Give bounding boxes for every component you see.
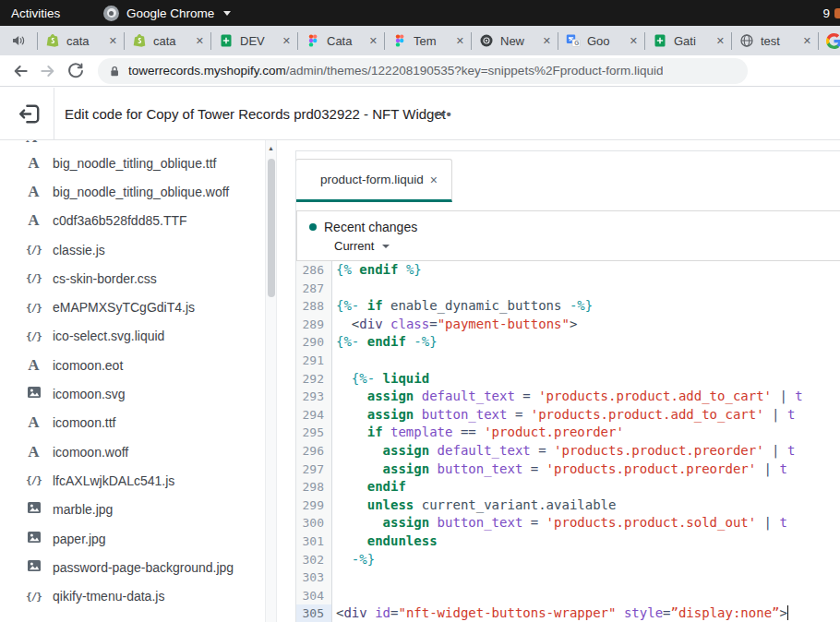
code-token: unless xyxy=(367,497,414,512)
tab-close-icon[interactable]: ✕ xyxy=(369,35,378,47)
code-token: 'products.product.preorder' xyxy=(546,461,757,476)
clock[interactable]: 9 xyxy=(822,6,830,20)
browser-tab[interactable]: Gati✕ xyxy=(645,26,731,55)
code-file-icon: {/} xyxy=(26,330,42,342)
code-line[interactable]: 291 xyxy=(296,352,840,370)
line-content: assign default_text = 'products.product.… xyxy=(332,388,840,406)
tab-close-icon[interactable]: ✕ xyxy=(282,35,291,47)
file-item[interactable]: Abig_noodle_titling_oblique.ttf xyxy=(0,149,264,177)
page-header: Edit code for Copy of Tower Records prd0… xyxy=(0,88,840,140)
file-name: marble.jpg xyxy=(53,502,113,517)
font-file-icon: A xyxy=(26,413,42,432)
file-item[interactable]: {/}eMAPMXSyTCgGdiT4.js xyxy=(0,293,264,321)
file-sidebar: A Abig_noodle_titling_oblique.ttfAbig_no… xyxy=(0,140,264,622)
code-line[interactable]: 292 {%- liquid xyxy=(296,370,840,389)
code-token: 'product.preorder' xyxy=(484,425,624,439)
more-actions-button[interactable]: ••• xyxy=(434,88,452,140)
code-token: = xyxy=(522,515,546,530)
file-item[interactable]: Aicomoon.woff xyxy=(0,437,264,466)
browser-tab[interactable]: cata✕ xyxy=(125,26,210,55)
code-token xyxy=(336,443,383,458)
code-line[interactable]: 297 assign button_text = 'products.produ… xyxy=(296,461,840,479)
tab-close-icon[interactable]: ✕ xyxy=(543,35,551,47)
code-line[interactable]: 305<div id="nft-widget-buttons-wrapper" … xyxy=(296,604,840,622)
code-line[interactable]: 293 assign default_text = 'products.prod… xyxy=(296,388,840,406)
file-item[interactable]: Abig_noodle_titling_oblique.woff xyxy=(0,177,264,206)
browser-tab[interactable]: test✕ xyxy=(732,26,818,55)
code-line[interactable]: 288{%- if enable_dynamic_buttons -%} xyxy=(296,297,840,316)
tab-close-icon[interactable]: ✕ xyxy=(456,35,464,47)
tab-close-icon[interactable]: ✕ xyxy=(196,35,204,47)
browser-tab[interactable]: New✕ xyxy=(472,26,558,55)
file-name: icomoon.ttf xyxy=(53,415,115,430)
browser-tab[interactable] xyxy=(819,26,840,55)
browser-tab[interactable]: DEV✕ xyxy=(211,26,297,55)
file-item[interactable]: paper.jpg xyxy=(0,524,264,553)
file-name: big_noodle_titling_oblique.woff xyxy=(53,185,229,199)
code-line[interactable]: 304 xyxy=(296,587,840,605)
browser-tab[interactable]: cata✕ xyxy=(38,26,124,55)
exit-button[interactable] xyxy=(18,102,42,126)
browser-tab[interactable]: Tem✕ xyxy=(385,26,471,55)
browser-tab[interactable]: Cata✕ xyxy=(298,26,384,55)
file-item[interactable]: Aicomoon.eot xyxy=(0,351,264,379)
reload-button[interactable] xyxy=(66,62,85,80)
tab-close-icon[interactable]: ✕ xyxy=(803,35,811,47)
browser-tab-title: New xyxy=(500,34,536,48)
file-item-partial[interactable]: A xyxy=(0,140,264,149)
code-line[interactable]: 294 assign button_text = 'products.produ… xyxy=(296,406,840,425)
code-token xyxy=(336,533,367,548)
code-file-icon: {/} xyxy=(26,272,42,284)
browser-tab[interactable]: GGoo✕ xyxy=(558,26,644,55)
file-item[interactable]: {/}ico-select.svg.liquid xyxy=(0,322,264,351)
scrollbar-thumb[interactable] xyxy=(268,159,275,297)
tab-close-icon[interactable]: ✕ xyxy=(630,35,638,47)
browser-tab-title: Cata xyxy=(327,34,363,48)
line-content xyxy=(332,587,840,605)
version-dropdown[interactable]: Current xyxy=(334,239,399,253)
tab-close-icon[interactable]: ✕ xyxy=(109,35,117,47)
app-menu[interactable]: Google Chrome xyxy=(103,6,231,21)
file-item[interactable]: Ac0df3a6b528fdd85.TTF xyxy=(0,207,264,235)
line-content: {%- if enable_dynamic_buttons -%} xyxy=(332,297,840,316)
line-number: 302 xyxy=(296,551,332,569)
code-line[interactable]: 286{% endif %} xyxy=(296,261,840,280)
file-item[interactable]: marble.jpg xyxy=(0,496,264,524)
code-line[interactable]: 302 -%} xyxy=(296,551,840,569)
scroll-up-icon[interactable]: ▲ xyxy=(266,145,276,151)
editor-tab[interactable]: product-form.liquid × xyxy=(295,159,452,202)
code-line[interactable]: 287 xyxy=(296,280,840,298)
back-button[interactable] xyxy=(11,62,30,80)
file-item[interactable]: {/}lfcAXLwjkDALc541.js xyxy=(0,466,264,495)
address-bar[interactable]: towerrecords.myshopify.com/admin/themes/… xyxy=(98,58,748,84)
file-item[interactable]: password-page-background.jpg xyxy=(0,553,264,581)
code-line[interactable]: 298 endif xyxy=(296,478,840,496)
code-area[interactable]: 286{% endif %}287288{%- if enable_dynami… xyxy=(296,261,840,622)
editor-tab-close-icon[interactable]: × xyxy=(430,173,438,187)
code-token: assign xyxy=(367,407,414,422)
lock-icon[interactable] xyxy=(109,65,120,78)
code-line[interactable]: 290{%- endif -%} xyxy=(296,333,840,352)
activities-button[interactable]: Activities xyxy=(11,6,60,20)
code-line[interactable]: 295 if template == 'product.preorder' xyxy=(296,424,840,442)
code-line[interactable]: 303 xyxy=(296,568,840,587)
code-line[interactable]: 299 unless current_variant.available xyxy=(296,496,840,515)
code-token: default_text xyxy=(438,443,531,458)
file-item[interactable]: {/}qikify-tmenu-data.js xyxy=(0,581,264,610)
code-token: {%- xyxy=(336,298,367,313)
code-line[interactable]: 300 assign button_text = 'products.produ… xyxy=(296,514,840,532)
chevron-down-icon xyxy=(382,245,390,248)
code-line[interactable]: 296 assign default_text = 'products.prod… xyxy=(296,442,840,461)
line-content xyxy=(332,280,840,298)
file-item[interactable]: icomoon.svg xyxy=(0,379,264,408)
tab-close-icon[interactable]: ✕ xyxy=(716,35,725,47)
code-token: {% xyxy=(336,262,359,277)
sidebar-scrollbar[interactable]: ▲ xyxy=(265,140,277,622)
code-line[interactable]: 301 endunless xyxy=(296,532,840,551)
file-item[interactable]: {/}classie.js xyxy=(0,235,264,264)
forward-button[interactable] xyxy=(39,62,57,80)
file-item[interactable]: Aicomoon.ttf xyxy=(0,409,264,437)
code-line[interactable]: 289 <div class="payment-buttons"> xyxy=(296,316,840,334)
file-item[interactable]: {/}cs-skin-border.css xyxy=(0,264,264,293)
font-file-icon: A xyxy=(26,183,42,201)
